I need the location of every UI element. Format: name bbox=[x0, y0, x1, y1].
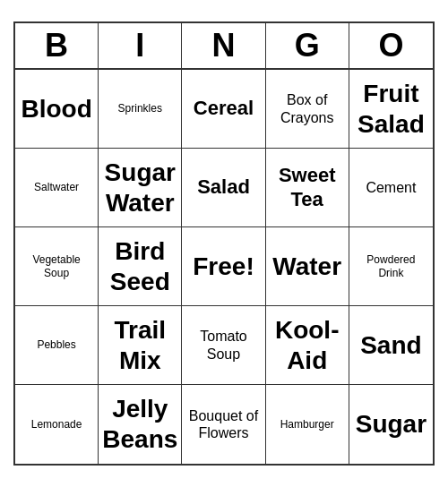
bingo-cell: Kool-Aid bbox=[266, 306, 349, 385]
cell-text: Sprinkles bbox=[118, 102, 162, 115]
bingo-header: BINGO bbox=[15, 23, 433, 70]
cell-text: Sand bbox=[360, 330, 421, 361]
bingo-cell: Lemonade bbox=[15, 385, 99, 464]
header-letter: O bbox=[349, 23, 433, 68]
header-letter: N bbox=[182, 23, 265, 68]
cell-text: Vegetable Soup bbox=[19, 253, 94, 279]
cell-text: Kool-Aid bbox=[270, 315, 345, 375]
cell-text: Fruit Salad bbox=[353, 79, 429, 139]
cell-text: Sugar Water bbox=[102, 158, 177, 218]
bingo-cell: Blood bbox=[15, 70, 99, 149]
cell-text: Trail Mix bbox=[102, 315, 177, 375]
cell-text: Free! bbox=[193, 252, 254, 282]
header-letter: I bbox=[99, 23, 182, 68]
bingo-cell: Cereal bbox=[182, 70, 265, 149]
cell-text: Jelly Beans bbox=[102, 394, 177, 454]
bingo-cell: Tomato Soup bbox=[182, 306, 265, 385]
header-letter: B bbox=[15, 23, 99, 68]
bingo-cell: Free! bbox=[182, 227, 265, 306]
bingo-cell: Water bbox=[266, 227, 349, 306]
bingo-cell: Box of Crayons bbox=[266, 70, 349, 149]
bingo-cell: Jelly Beans bbox=[99, 385, 182, 464]
cell-text: Tomato Soup bbox=[185, 328, 261, 362]
cell-text: Sugar bbox=[356, 409, 426, 440]
bingo-cell: Hamburger bbox=[266, 385, 349, 464]
cell-text: Cement bbox=[366, 179, 416, 196]
bingo-cell: Cement bbox=[349, 149, 433, 227]
cell-text: Box of Crayons bbox=[270, 91, 345, 125]
cell-text: Bouquet of Flowers bbox=[185, 407, 261, 441]
cell-text: Pebbles bbox=[37, 338, 75, 351]
cell-text: Hamburger bbox=[280, 418, 334, 431]
cell-text: Water bbox=[272, 252, 341, 282]
bingo-cell: Trail Mix bbox=[99, 306, 182, 385]
bingo-cell: Sweet Tea bbox=[266, 149, 349, 227]
bingo-card: BINGO BloodSprinklesCerealBox of Crayons… bbox=[13, 21, 435, 466]
bingo-grid: BloodSprinklesCerealBox of CrayonsFruit … bbox=[15, 70, 433, 464]
bingo-cell: Sugar bbox=[349, 385, 433, 464]
bingo-cell: Sugar Water bbox=[99, 149, 182, 227]
cell-text: Bird Seed bbox=[102, 236, 177, 296]
bingo-cell: Saltwater bbox=[15, 149, 99, 227]
bingo-cell: Sprinkles bbox=[99, 70, 182, 149]
bingo-cell: Pebbles bbox=[15, 306, 99, 385]
bingo-cell: Vegetable Soup bbox=[15, 227, 99, 306]
bingo-cell: Bouquet of Flowers bbox=[182, 385, 265, 464]
cell-text: Sweet Tea bbox=[270, 164, 345, 211]
bingo-cell: Powdered Drink bbox=[349, 227, 433, 306]
cell-text: Lemonade bbox=[31, 418, 82, 431]
header-letter: G bbox=[266, 23, 349, 68]
cell-text: Cereal bbox=[194, 97, 254, 120]
bingo-cell: Bird Seed bbox=[99, 227, 182, 306]
cell-text: Saltwater bbox=[34, 181, 79, 193]
cell-text: Powdered Drink bbox=[353, 253, 429, 279]
bingo-cell: Fruit Salad bbox=[349, 70, 433, 149]
bingo-cell: Sand bbox=[349, 306, 433, 385]
cell-text: Salad bbox=[197, 175, 250, 199]
bingo-cell: Salad bbox=[182, 149, 265, 227]
cell-text: Blood bbox=[21, 94, 91, 124]
